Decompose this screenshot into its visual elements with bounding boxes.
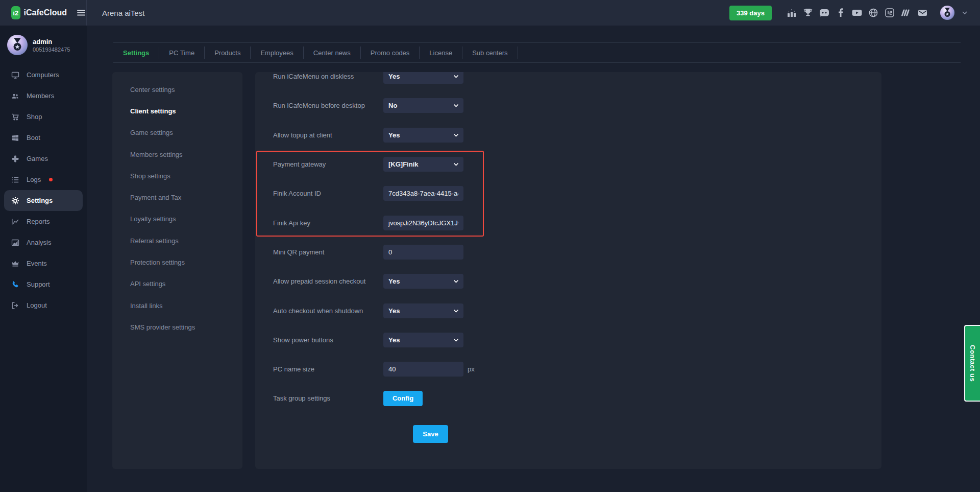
sidebar-item-logout[interactable]: Logout: [0, 295, 87, 316]
sidebar-item-label: Members: [27, 92, 54, 100]
tab-pc-time[interactable]: PC Time: [159, 46, 205, 59]
menu-item-shop-settings[interactable]: Shop settings: [112, 165, 242, 186]
form-row: Allow prepaid session checkout Yes: [273, 267, 881, 296]
license-days-badge[interactable]: 339 days: [729, 6, 772, 20]
menu-item-members-settings[interactable]: Members settings: [112, 144, 242, 165]
sidebar-item-label: Shop: [27, 113, 42, 121]
sidebar-item-reports[interactable]: Reports: [0, 211, 87, 232]
tab-employees[interactable]: Employees: [251, 46, 303, 59]
area-chart-icon: [11, 239, 19, 247]
layers-icon[interactable]: [900, 7, 912, 18]
sidebar-nav: Computers Members Shop Boot Games Logs S…: [0, 64, 87, 316]
field-label: Show power buttons: [273, 336, 383, 344]
user-avatar[interactable]: [940, 6, 954, 20]
auto-checkout-when-shutdown-select[interactable]: Yes: [383, 303, 463, 318]
pc-name-size-input[interactable]: [383, 362, 463, 377]
sidebar-user[interactable]: admin 005193482475: [0, 26, 87, 60]
menu-item-referral-settings[interactable]: Referral settings: [112, 230, 242, 251]
menu-item-payment-and-tax[interactable]: Payment and Tax: [112, 186, 242, 208]
tab-sub-centers[interactable]: Sub centers: [462, 46, 518, 59]
form-row: Task group settings Config: [273, 384, 881, 413]
sidebar-item-label: Logs: [27, 176, 41, 183]
menu-item-install-links[interactable]: Install links: [112, 295, 242, 316]
user-avatar: [7, 35, 28, 55]
ranking-icon[interactable]: [786, 7, 797, 18]
discord-icon[interactable]: [819, 7, 830, 18]
sidebar-item-events[interactable]: Events: [0, 253, 87, 274]
cart-icon: [11, 113, 19, 121]
sidebar-item-computers[interactable]: Computers: [0, 64, 87, 85]
gear-icon: [11, 197, 19, 205]
config-button[interactable]: Config: [383, 391, 423, 406]
finik-api-key-input[interactable]: [383, 216, 463, 230]
tab-center-news[interactable]: Center news: [304, 46, 361, 59]
sidebar-item-support[interactable]: Support: [0, 274, 87, 295]
crown-icon: [11, 260, 19, 268]
gamepad-icon: [11, 155, 19, 163]
field-label: Run iCafeMenu before desktop: [273, 102, 383, 109]
allow-prepaid-session-checkout-select[interactable]: Yes: [383, 274, 463, 289]
sidebar-item-members[interactable]: Members: [0, 85, 87, 106]
tab-products[interactable]: Products: [205, 46, 251, 59]
menu-item-api-settings[interactable]: API settings: [112, 273, 242, 295]
tab-settings[interactable]: Settings: [113, 46, 159, 59]
menu-item-sms-provider-settings[interactable]: SMS provider settings: [112, 316, 242, 338]
payment-gateway-select[interactable]: [KG]Finik: [383, 157, 463, 172]
brand[interactable]: i2 iCafeCloud: [0, 0, 87, 26]
hamburger-menu-icon[interactable]: [76, 8, 86, 18]
topbar-actions: 339 days: [729, 6, 980, 20]
field-label: PC name size: [273, 365, 383, 373]
finik-account-id-input[interactable]: [383, 186, 463, 201]
run-icafemenu-on-diskless-select[interactable]: Yes: [383, 72, 463, 84]
user-name: admin: [33, 38, 70, 45]
field-label: Allow prepaid session checkout: [273, 277, 383, 285]
page-title: Arena aiTest: [102, 9, 144, 17]
tab-license[interactable]: License: [420, 46, 462, 59]
sidebar-item-settings[interactable]: Settings: [4, 190, 83, 211]
sidebar-item-logs[interactable]: Logs: [0, 169, 87, 190]
form-row: Auto checkout when shutdown Yes: [273, 296, 881, 325]
field-label: Allow topup at client: [273, 131, 383, 139]
contact-us-tab[interactable]: Contact us: [964, 325, 980, 402]
mail-icon[interactable]: [917, 7, 928, 18]
menu-item-center-settings[interactable]: Center settings: [112, 79, 242, 100]
sidebar-item-analysis[interactable]: Analysis: [0, 232, 87, 253]
settings-menu: Center settings Client settings Game set…: [112, 72, 242, 469]
form-row: Finik Account ID: [273, 179, 881, 208]
field-label: Task group settings: [273, 394, 383, 402]
tab-promo-codes[interactable]: Promo codes: [361, 46, 420, 59]
chevron-down-icon: [453, 133, 459, 137]
trophy-icon[interactable]: [802, 7, 814, 18]
show-power-buttons-select[interactable]: Yes: [383, 333, 463, 347]
px-suffix: px: [468, 365, 475, 373]
form-row: Run iCafeMenu before desktop No: [273, 91, 881, 120]
contact-us-label: Contact us: [969, 345, 976, 382]
sidebar-item-boot[interactable]: Boot: [0, 127, 87, 148]
globe-icon[interactable]: [868, 7, 879, 18]
youtube-icon[interactable]: [851, 7, 863, 18]
monitor-icon: [11, 71, 19, 79]
facebook-icon[interactable]: [835, 7, 846, 18]
sidebar-item-label: Analysis: [27, 239, 51, 246]
form-row: PC name size px: [273, 355, 881, 384]
sidebar-item-shop[interactable]: Shop: [0, 106, 87, 127]
save-button[interactable]: Save: [413, 425, 448, 443]
form-row: Payment gateway [KG]Finik: [273, 150, 881, 179]
chevron-down-icon[interactable]: [962, 11, 968, 15]
menu-item-protection-settings[interactable]: Protection settings: [112, 251, 242, 273]
menu-item-loyalty-settings[interactable]: Loyalty settings: [112, 208, 242, 230]
sidebar-item-label: Logout: [27, 301, 47, 309]
sidebar-item-games[interactable]: Games: [0, 148, 87, 169]
top-bar: i2 iCafeCloud Arena aiTest 339 days: [0, 0, 980, 26]
mini-qr-payment-input[interactable]: [383, 245, 463, 260]
menu-item-client-settings[interactable]: Client settings: [112, 100, 242, 122]
field-label: Finik Account ID: [273, 190, 383, 197]
icafecloud-app-icon[interactable]: [884, 7, 895, 18]
allow-topup-at-client-select[interactable]: Yes: [383, 128, 463, 143]
sidebar-item-label: Support: [27, 280, 50, 288]
line-chart-icon: [11, 218, 19, 226]
menu-item-game-settings[interactable]: Game settings: [112, 122, 242, 144]
run-icafemenu-before-desktop-select[interactable]: No: [383, 98, 463, 113]
main-content: Settings PC Time Products Employees Cent…: [87, 26, 980, 492]
logs-alert-dot: [49, 178, 53, 181]
